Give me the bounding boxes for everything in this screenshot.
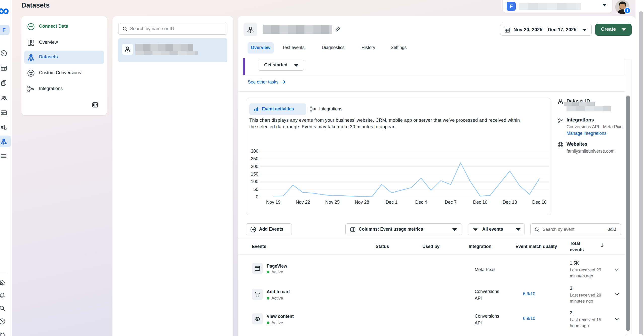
get-started-button[interactable]: Get started [258, 60, 304, 71]
cart-icon [254, 291, 261, 298]
eye-icon [254, 316, 261, 322]
nav-item-custom-conversions[interactable]: Custom Conversions [21, 67, 107, 80]
datasets-icon[interactable] [0, 138, 7, 145]
column-header-integration[interactable]: Integration [469, 244, 491, 249]
dataset-hub-icon [124, 46, 131, 53]
websites-heading: Websites [567, 141, 587, 147]
date-range-picker[interactable]: Nov 20, 2025 – Dec 17, 2025 [500, 24, 592, 36]
columns-caret-icon [452, 228, 457, 231]
browser-scrollbar-thumb[interactable] [639, 11, 643, 336]
date-caret-icon [582, 29, 587, 31]
inner-scrollbar-thumb[interactable] [626, 96, 630, 331]
account-caret-icon [602, 4, 607, 6]
pages-icon[interactable] [0, 79, 7, 87]
dataset-list-item-selected[interactable] [118, 38, 227, 62]
event-icon-tile [252, 289, 263, 300]
nav-item-connect-data[interactable]: Connect Data [21, 20, 107, 33]
column-header-events[interactable]: Events [252, 244, 266, 249]
left-nav-card: Connect Data Overview [21, 16, 107, 115]
billing-icon[interactable] [0, 109, 7, 116]
get-started-label: Get started [264, 62, 287, 68]
see-other-tasks-link[interactable]: See other tasks [248, 79, 286, 85]
collapse-sidebar-icon[interactable] [92, 101, 99, 108]
svg-text:200: 200 [251, 164, 258, 169]
event-icon-tile [252, 313, 263, 324]
svg-text:Nov 19: Nov 19 [266, 200, 280, 205]
columns-dropdown[interactable]: Columns: Event usage metrics [345, 223, 462, 235]
dataset-list-panel [112, 16, 233, 336]
help-icon[interactable] [0, 318, 6, 325]
events-filter-dropdown[interactable]: All events [468, 223, 525, 235]
table-icon[interactable] [0, 65, 7, 72]
dataset-search-input[interactable] [130, 23, 223, 34]
create-label: Create [601, 26, 616, 32]
settings-gear-icon[interactable] [0, 279, 6, 286]
event-icon-tile [252, 263, 263, 274]
event-last-received: Last received 29 minutes ago [570, 267, 610, 279]
event-search-input[interactable] [543, 224, 600, 235]
event-match-quality-link[interactable]: 6.9/10 [523, 291, 535, 297]
event-status: Active [267, 270, 283, 275]
svg-text:Dec 13: Dec 13 [503, 200, 517, 205]
overview-icon [27, 39, 35, 47]
event-status: Active [267, 296, 283, 301]
event-search-box: 0/50 [530, 223, 621, 235]
nav-item-integrations[interactable]: Integrations [21, 82, 107, 96]
notifications-bell-icon[interactable] [0, 292, 6, 299]
active-dot-icon [267, 321, 269, 324]
section-divider [238, 91, 625, 92]
filter-caret-icon [516, 228, 520, 231]
nav-label: Datasets [39, 54, 58, 60]
list-icon[interactable] [0, 153, 7, 160]
tab-diagnostics[interactable]: Diagnostics [322, 45, 344, 50]
browser-scrollbar-track[interactable] [635, 0, 644, 336]
column-header-status[interactable]: Status [376, 244, 389, 249]
sort-descending-icon[interactable] [599, 243, 605, 248]
svg-text:Dec 1: Dec 1 [386, 200, 397, 205]
event-name: Add to cart [267, 289, 290, 295]
events-chart: 050100150200250300Nov 19Nov 22Nov 25Nov … [246, 139, 552, 214]
expand-chevron-icon[interactable] [614, 316, 620, 322]
facebook-badge-letter: f [627, 8, 628, 13]
tab-settings[interactable]: Settings [391, 45, 407, 50]
expand-chevron-icon[interactable] [614, 291, 620, 297]
tab-event-activities[interactable]: Event activities [249, 103, 306, 115]
svg-text:100: 100 [251, 179, 258, 184]
account-selector[interactable]: F [503, 0, 612, 13]
business-badge[interactable]: F [0, 25, 10, 35]
people-icon[interactable] [0, 94, 7, 101]
expand-chevron-icon[interactable] [614, 267, 620, 273]
event-match-quality-link[interactable]: 6.9/10 [523, 316, 535, 321]
main-content: Nov 20, 2025 – Dec 17, 2025 Create Overv… [238, 16, 635, 336]
column-header-used-by[interactable]: Used by [422, 244, 439, 249]
nav-item-overview[interactable]: Overview [21, 36, 107, 49]
tab-overview[interactable]: Overview [248, 42, 274, 54]
tab-test-events[interactable]: Test events [282, 45, 305, 50]
create-caret-icon [622, 28, 626, 31]
account-avatar-tile: F [507, 2, 516, 11]
bar-chart-icon [253, 106, 259, 112]
meta-logo-icon[interactable]: ∞ [0, 2, 9, 19]
filter-label: All events [482, 227, 503, 232]
column-header-total-events[interactable]: Total events [570, 240, 591, 253]
status-label: Active [271, 320, 283, 325]
event-activities-card: Event activities Integrations This chart… [246, 98, 551, 215]
column-header-event-match-quality[interactable]: Event match quality [515, 244, 557, 249]
see-other-tasks-label: See other tasks [248, 79, 278, 85]
ads-megaphone-icon[interactable] [0, 124, 7, 131]
tab-history[interactable]: History [361, 45, 375, 50]
svg-text:50: 50 [253, 187, 258, 192]
event-name: View content [267, 314, 294, 319]
dataset-hub-icon [247, 26, 254, 33]
search-icon[interactable] [0, 305, 6, 312]
manage-integrations-link[interactable]: Manage integrations [567, 131, 607, 136]
status-label: Active [271, 296, 283, 301]
integrations-heading: Integrations [567, 117, 594, 123]
create-button[interactable]: Create [595, 24, 632, 36]
nav-item-datasets[interactable]: Datasets [21, 51, 107, 64]
report-bug-icon[interactable] [0, 331, 6, 336]
gauge-icon[interactable] [0, 50, 7, 57]
edit-pencil-icon[interactable] [335, 26, 341, 32]
svg-text:Dec 16: Dec 16 [532, 200, 546, 205]
add-events-button[interactable]: Add Events [246, 223, 292, 235]
